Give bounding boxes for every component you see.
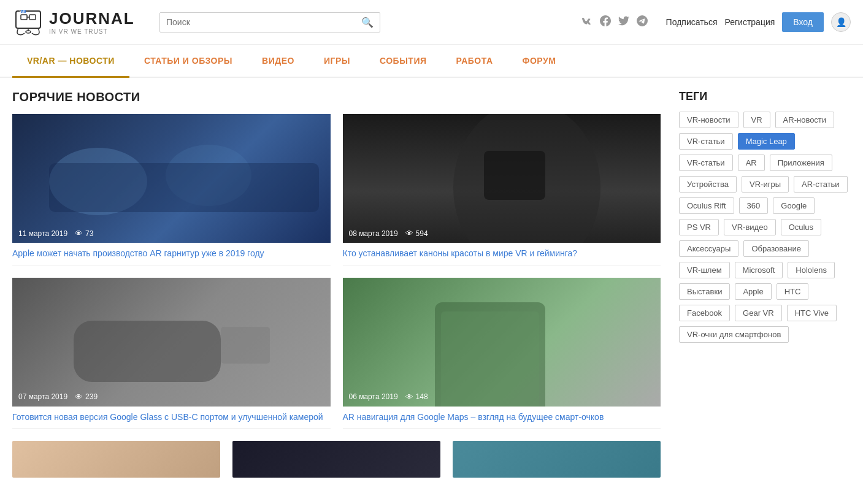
tag-4[interactable]: Magic Leap	[738, 133, 795, 150]
vk-icon[interactable]	[581, 15, 593, 29]
svg-rect-13	[484, 151, 545, 200]
tag-28[interactable]: VR-очки для смартфонов	[679, 326, 789, 343]
sidebar: ТЕГИ VR-новостиVRAR-новостиVR-статьиMagi…	[679, 90, 851, 478]
tag-25[interactable]: Facebook	[679, 305, 730, 321]
telegram-icon[interactable]	[637, 15, 648, 29]
news-section-title: ГОРЯЧИЕ НОВОСТИ	[12, 90, 661, 104]
news-title-0[interactable]: Apple может начать производство AR гарни…	[12, 248, 331, 260]
tag-1[interactable]: VR	[743, 112, 770, 128]
eye-icon: 👁	[405, 229, 413, 238]
nav-item-5[interactable]: РАБОТА	[442, 45, 508, 77]
tag-12[interactable]: 360	[739, 197, 769, 214]
news-date-3: 06 марта 2019	[349, 392, 398, 401]
tag-0[interactable]: VR-новости	[679, 112, 738, 128]
news-card-2[interactable]: 07 марта 2019 👁 239 Готовится новая верс…	[12, 278, 331, 429]
tag-23[interactable]: Apple	[735, 283, 771, 300]
search-button[interactable]: 🔍	[355, 13, 380, 32]
facebook-icon[interactable]	[600, 15, 611, 29]
news-title-3[interactable]: AR навигация для Google Maps – взгляд на…	[343, 411, 661, 424]
svg-text:VR: VR	[21, 10, 26, 13]
eye-icon: 👁	[405, 392, 413, 402]
news-meta-1: 08 марта 2019 👁 594	[349, 229, 428, 238]
logo-icon: VR VR	[12, 6, 44, 38]
logo-area: VR VR JOURNAL IN VR WE TRUST	[12, 6, 147, 38]
news-views-0: 👁 73	[75, 229, 93, 238]
svg-rect-0	[16, 11, 40, 28]
eye-icon: 👁	[75, 229, 83, 238]
user-avatar[interactable]: 👤	[831, 12, 851, 32]
news-grid: 11 марта 2019 👁 73 Apple может начать пр…	[12, 114, 661, 429]
news-image-2: 07 марта 2019 👁 239	[12, 278, 331, 407]
login-button[interactable]: Вход	[782, 12, 824, 32]
news-divider-3	[343, 428, 661, 429]
tag-2[interactable]: AR-новости	[775, 112, 835, 128]
tag-17[interactable]: Аксессуары	[679, 240, 738, 257]
svg-rect-15	[221, 327, 270, 364]
tag-6[interactable]: AR	[738, 155, 765, 171]
news-card-1[interactable]: 08 марта 2019 👁 594 Кто устанавливает ка…	[343, 114, 661, 265]
news-image-3: 06 марта 2019 👁 148	[343, 278, 661, 407]
news-meta-2: 07 марта 2019 👁 239	[18, 392, 98, 402]
svg-rect-14	[74, 321, 221, 382]
tag-10[interactable]: AR-статьи	[794, 176, 848, 193]
svg-rect-2	[29, 15, 36, 20]
tag-19[interactable]: VR-шлем	[679, 262, 730, 278]
tag-24[interactable]: HTC	[777, 283, 809, 300]
bottom-preview-card-1[interactable]	[12, 441, 220, 478]
news-view-count-1: 594	[416, 229, 428, 238]
main-nav: VR/AR — НОВОСТИСТАТЬИ И ОБЗОРЫВИДЕОИГРЫС…	[0, 45, 863, 78]
news-views-1: 👁 594	[405, 229, 428, 238]
tag-15[interactable]: VR-видео	[724, 219, 776, 235]
nav-item-0[interactable]: VR/AR — НОВОСТИ	[12, 45, 129, 77]
tag-14[interactable]: PS VR	[679, 219, 719, 235]
bottom-preview	[12, 441, 661, 478]
tag-13[interactable]: Google	[773, 197, 815, 214]
news-date-1: 08 марта 2019	[349, 229, 398, 238]
subscribe-link[interactable]: Подписаться	[666, 17, 718, 27]
nav-item-6[interactable]: ФОРУМ	[508, 45, 571, 77]
header: VR VR JOURNAL IN VR WE TRUST 🔍	[0, 0, 863, 45]
news-view-count-0: 73	[85, 229, 93, 238]
news-title-2[interactable]: Готовится новая версия Google Glass с US…	[12, 411, 331, 424]
tag-21[interactable]: Hololens	[788, 262, 835, 278]
tag-18[interactable]: Образование	[743, 240, 809, 257]
search-area: 🔍	[159, 12, 380, 32]
tag-27[interactable]: HTC Vive	[787, 305, 837, 321]
news-date-0: 11 марта 2019	[18, 229, 67, 238]
nav-item-4[interactable]: СОБЫТИЯ	[365, 45, 442, 77]
tags-title: ТЕГИ	[679, 90, 851, 103]
tag-7[interactable]: Приложения	[770, 155, 832, 171]
news-title-1[interactable]: Кто устанавливает каноны красоты в мире …	[343, 248, 661, 260]
tag-22[interactable]: Выставки	[679, 283, 730, 300]
tag-20[interactable]: Microsoft	[735, 262, 783, 278]
register-link[interactable]: Регистрация	[724, 17, 775, 27]
bottom-preview-card-2[interactable]	[232, 441, 440, 478]
logo-text: JOURNAL IN VR WE TRUST	[49, 9, 135, 35]
header-actions: Подписаться Регистрация Вход 👤	[666, 12, 851, 32]
svg-rect-17	[441, 311, 539, 407]
social-icons	[581, 15, 648, 29]
nav-item-1[interactable]: СТАТЬИ И ОБЗОРЫ	[129, 45, 247, 77]
nav-item-3[interactable]: ИГРЫ	[309, 45, 365, 77]
svg-point-7	[26, 31, 31, 33]
news-card-3[interactable]: 06 марта 2019 👁 148 AR навигация для Goo…	[343, 278, 661, 429]
tag-5[interactable]: VR-статьи	[679, 155, 733, 171]
search-input[interactable]	[160, 13, 355, 31]
tag-11[interactable]: Oculus Rift	[679, 197, 734, 214]
svg-rect-11	[49, 163, 319, 212]
tag-8[interactable]: Устройства	[679, 176, 737, 193]
twitter-icon[interactable]	[618, 15, 629, 29]
tags-container: VR-новостиVRAR-новостиVR-статьиMagic Lea…	[679, 112, 851, 343]
tag-9[interactable]: VR-игры	[742, 176, 789, 193]
news-card-0[interactable]: 11 марта 2019 👁 73 Apple может начать пр…	[12, 114, 331, 265]
news-views-2: 👁 239	[75, 392, 98, 402]
news-divider-2	[12, 428, 331, 429]
tag-16[interactable]: Oculus	[781, 219, 821, 235]
bottom-preview-card-3[interactable]	[453, 441, 661, 478]
nav-item-2[interactable]: ВИДЕО	[247, 45, 309, 77]
tag-26[interactable]: Gear VR	[735, 305, 782, 321]
tag-3[interactable]: VR-статьи	[679, 133, 733, 150]
news-divider-0	[12, 265, 331, 265]
main-content: ГОРЯЧИЕ НОВОСТИ 11 марта 2019 👁 73 Apple…	[0, 78, 863, 490]
news-image-0: 11 марта 2019 👁 73	[12, 114, 331, 243]
